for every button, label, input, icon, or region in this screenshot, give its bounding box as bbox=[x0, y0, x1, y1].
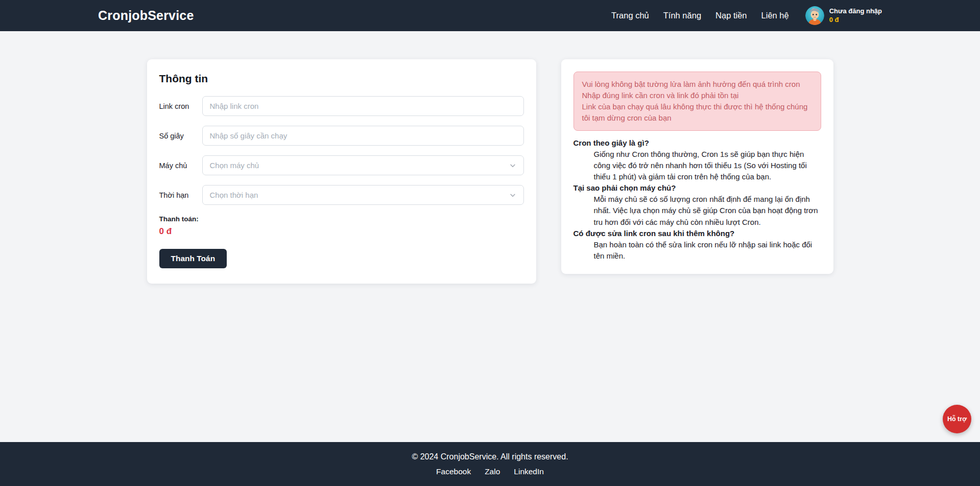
user-balance: 0 đ bbox=[829, 16, 882, 24]
payment-summary: Thanh toán: 0 đ bbox=[159, 215, 524, 237]
footer: © 2024 CronjobService. All rights reserv… bbox=[0, 442, 980, 486]
form-title: Thông tin bbox=[159, 73, 524, 85]
footer-links: Facebook Zalo LinkedIn bbox=[436, 467, 544, 476]
faq-answer-3: Bạn hoàn toàn có thể sửa link cron nếu l… bbox=[573, 239, 821, 262]
nav-item-features[interactable]: Tính năng bbox=[663, 11, 701, 20]
footer-link-zalo[interactable]: Zalo bbox=[485, 467, 500, 476]
navbar-inner: CronjobService Trang chủ Tính năng Nạp t… bbox=[98, 0, 882, 31]
faq-question-2: Tại sao phải chọn máy chủ? bbox=[573, 182, 821, 194]
duration-label: Thời hạn bbox=[159, 191, 194, 199]
footer-link-facebook[interactable]: Facebook bbox=[436, 467, 471, 476]
alert-line: Nhập đúng link cần cron và link đó phải … bbox=[582, 90, 812, 101]
pay-button[interactable]: Thanh Toán bbox=[159, 249, 227, 268]
server-select-placeholder: Chọn máy chủ bbox=[210, 161, 259, 170]
copyright-text: © 2024 CronjobService. All rights reserv… bbox=[412, 452, 568, 461]
nav-item-contact[interactable]: Liên hệ bbox=[761, 11, 789, 20]
payment-amount: 0 đ bbox=[159, 226, 524, 237]
cartoon-boy-avatar-icon bbox=[805, 6, 824, 25]
faq-question-1: Cron theo giây là gì? bbox=[573, 137, 821, 149]
user-login-status: Chưa đăng nhập bbox=[829, 7, 882, 15]
cron-form-card: Thông tin Link cron Số giây Máy chủ Chọn… bbox=[147, 59, 536, 284]
seconds-label: Số giây bbox=[159, 132, 194, 140]
form-row-server: Máy chủ Chọn máy chủ bbox=[159, 155, 524, 175]
seconds-input[interactable] bbox=[202, 126, 524, 146]
user-avatar bbox=[805, 6, 824, 25]
form-row-link-cron: Link cron bbox=[159, 96, 524, 116]
link-cron-label: Link cron bbox=[159, 102, 194, 110]
faq-answer-1: Giống như Cron thông thường, Cron 1s sẽ … bbox=[573, 149, 821, 182]
form-row-seconds: Số giây bbox=[159, 126, 524, 146]
payment-label: Thanh toán: bbox=[159, 215, 524, 223]
duration-select[interactable]: Chọn thời hạn bbox=[202, 185, 524, 205]
info-card: Vui lòng không bật tường lửa làm ảnh hưở… bbox=[561, 59, 833, 274]
nav-menu: Trang chủ Tính năng Nạp tiền Liên hệ bbox=[611, 6, 882, 25]
server-select[interactable]: Chọn máy chủ bbox=[202, 155, 524, 175]
form-row-duration: Thời hạn Chọn thời hạn bbox=[159, 185, 524, 205]
navbar: CronjobService Trang chủ Tính năng Nạp t… bbox=[0, 0, 980, 31]
link-cron-input[interactable] bbox=[202, 96, 524, 116]
brand-logo[interactable]: CronjobService bbox=[98, 8, 194, 23]
chevron-down-icon bbox=[509, 192, 516, 199]
faq-section: Cron theo giây là gì? Giống như Cron thô… bbox=[573, 137, 821, 262]
nav-item-topup[interactable]: Nạp tiền bbox=[715, 11, 747, 20]
nav-item-home[interactable]: Trang chủ bbox=[611, 11, 649, 20]
user-meta: Chưa đăng nhập 0 đ bbox=[829, 7, 882, 24]
warning-alert: Vui lòng không bật tường lửa làm ảnh hưở… bbox=[573, 72, 821, 131]
chevron-down-icon bbox=[509, 162, 516, 169]
server-label: Máy chủ bbox=[159, 161, 194, 170]
alert-line: Vui lòng không bật tường lửa làm ảnh hưở… bbox=[582, 79, 812, 90]
duration-select-placeholder: Chọn thời hạn bbox=[210, 191, 258, 199]
footer-link-linkedin[interactable]: LinkedIn bbox=[514, 467, 544, 476]
faq-answer-2: Mỗi máy chủ sẽ có số lượng cron nhất địn… bbox=[573, 194, 821, 227]
support-button[interactable]: Hỗ trợ bbox=[943, 405, 971, 433]
alert-line: Link của bạn chạy quá lâu không thực thi… bbox=[582, 101, 812, 124]
faq-question-3: Có được sửa link cron sau khi thêm không… bbox=[573, 228, 821, 239]
user-menu[interactable]: Chưa đăng nhập 0 đ bbox=[805, 6, 882, 25]
main-content: Thông tin Link cron Số giây Máy chủ Chọn… bbox=[0, 31, 980, 442]
